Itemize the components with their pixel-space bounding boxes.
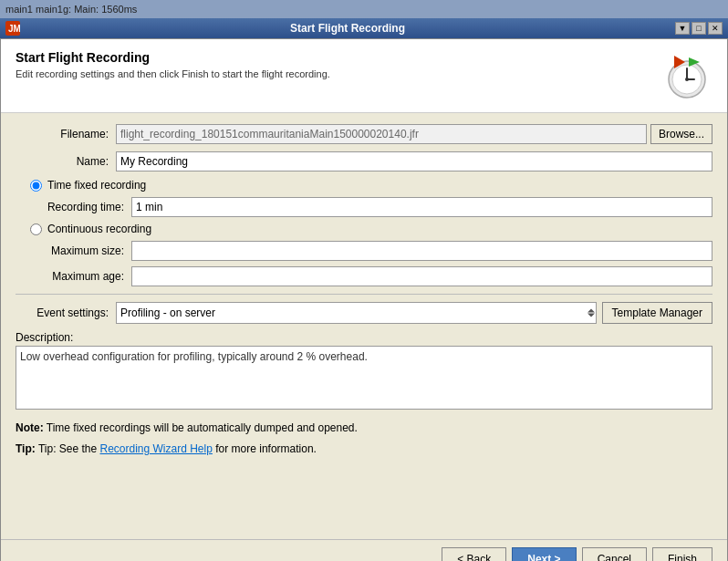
recording-wizard-help-link[interactable]: Recording Wizard Help xyxy=(100,442,213,455)
svg-point-8 xyxy=(685,78,689,81)
event-settings-row: Event settings: Profiling - on server Te… xyxy=(16,302,712,324)
next-button[interactable]: Next > xyxy=(512,547,576,561)
time-fixed-label[interactable]: Time fixed recording xyxy=(47,179,146,192)
back-button[interactable]: < Back xyxy=(442,547,506,561)
name-input[interactable] xyxy=(116,151,712,171)
finish-button[interactable]: Finish xyxy=(652,547,712,561)
dialog-heading: Start Flight Recording xyxy=(16,50,330,65)
title-bar: JM Start Flight Recording ▼ □ ✕ xyxy=(0,18,728,38)
description-textarea[interactable]: Low overhead configuration for profiling… xyxy=(16,346,712,410)
name-row: Name: xyxy=(16,151,712,171)
description-label: Description: xyxy=(16,331,712,344)
max-age-label: Maximum age: xyxy=(45,270,131,283)
note-text: Time fixed recordings will be automatica… xyxy=(47,421,358,434)
description-section: Description: Low overhead configuration … xyxy=(16,331,712,412)
dialog: Start Flight Recording Edit recording se… xyxy=(0,38,728,561)
recording-time-row: Recording time: xyxy=(45,197,712,217)
title-bar-controls[interactable]: ▼ □ ✕ xyxy=(675,22,723,35)
title-bar-left: JM xyxy=(5,21,20,36)
event-settings-select-wrapper: Profiling - on server xyxy=(116,302,597,324)
recording-time-label: Recording time: xyxy=(45,201,131,213)
template-manager-button[interactable]: Template Manager xyxy=(602,302,712,324)
time-fixed-radio[interactable] xyxy=(30,180,42,192)
notes-section: Note: Time fixed recordings will be auto… xyxy=(16,420,712,458)
max-age-input[interactable] xyxy=(131,266,712,286)
note-line: Note: Time fixed recordings will be auto… xyxy=(16,420,712,437)
svg-text:JM: JM xyxy=(8,24,20,34)
maximize-button[interactable]: □ xyxy=(692,22,706,35)
tip-line: Tip: Tip: See the Recording Wizard Help … xyxy=(16,441,712,458)
max-age-row: Maximum age: xyxy=(45,266,712,286)
cancel-button[interactable]: Cancel xyxy=(582,547,647,561)
filename-row: Filename: Browse... xyxy=(16,124,712,144)
max-size-row: Maximum size: xyxy=(45,241,712,261)
app-icon: JM xyxy=(5,21,20,36)
select-arrow-up xyxy=(588,309,595,313)
section-divider xyxy=(16,294,712,295)
dialog-subtitle: Edit recording settings and then click F… xyxy=(16,68,330,79)
tip-bold: Tip: xyxy=(16,442,36,455)
note-bold: Note: xyxy=(16,421,44,434)
select-arrow-down xyxy=(588,314,595,317)
name-label: Name: xyxy=(16,155,116,168)
event-settings-label: Event settings: xyxy=(16,306,116,319)
continuous-radio[interactable] xyxy=(30,223,42,235)
browse-button[interactable]: Browse... xyxy=(650,124,712,144)
time-fixed-radio-row: Time fixed recording xyxy=(16,179,712,192)
max-size-input[interactable] xyxy=(131,241,712,261)
continuous-radio-row: Continuous recording xyxy=(16,223,712,235)
window-top-bar-text: main1 main1g: Main: 1560ms xyxy=(5,4,137,15)
window-top-bar: main1 main1g: Main: 1560ms xyxy=(0,0,728,18)
dialog-title: Start Flight Recording xyxy=(20,22,675,35)
flight-recording-icon xyxy=(661,50,712,101)
dialog-footer: < Back Next > Cancel Finish xyxy=(1,539,727,561)
minimize-button[interactable]: ▼ xyxy=(675,22,690,35)
close-button[interactable]: ✕ xyxy=(708,22,723,35)
max-size-label: Maximum size: xyxy=(45,244,131,257)
dialog-header: Start Flight Recording Edit recording se… xyxy=(1,39,727,113)
continuous-label[interactable]: Continuous recording xyxy=(47,223,151,235)
dialog-body: Filename: Browse... Name: Time fixed rec… xyxy=(1,113,727,539)
dialog-header-text: Start Flight Recording Edit recording se… xyxy=(16,50,330,79)
filename-input[interactable] xyxy=(116,124,647,144)
select-arrows xyxy=(588,309,595,317)
event-settings-select[interactable]: Profiling - on server xyxy=(116,302,597,324)
tip-suffix: for more information. xyxy=(215,442,317,455)
recording-time-input[interactable] xyxy=(131,197,712,217)
tip-prefix: Tip: See the xyxy=(38,442,100,455)
dialog-header-icon xyxy=(661,50,712,101)
filename-label: Filename: xyxy=(16,128,116,140)
